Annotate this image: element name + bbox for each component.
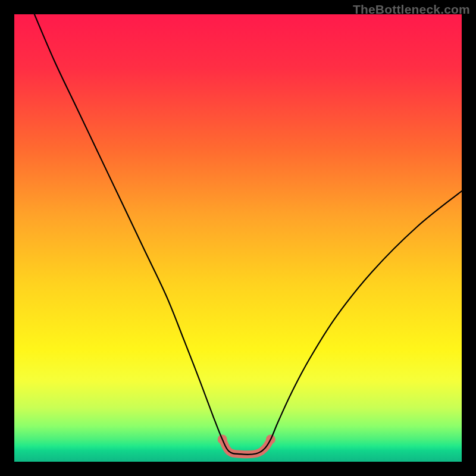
- bottleneck-curve: [35, 14, 462, 455]
- chart-frame: TheBottleneck.com: [0, 0, 476, 476]
- curve-layer: [14, 14, 462, 462]
- plot-area: [14, 14, 462, 462]
- watermark-text: TheBottleneck.com: [353, 2, 470, 17]
